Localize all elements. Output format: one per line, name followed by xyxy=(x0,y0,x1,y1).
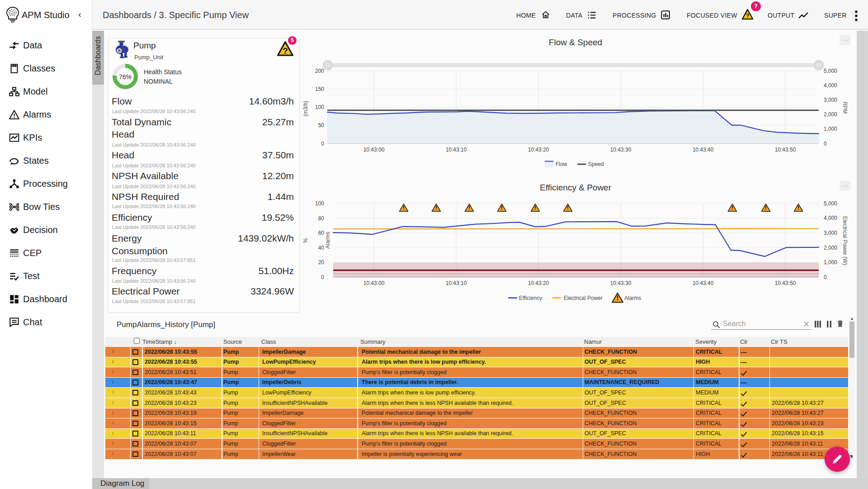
svg-text:10:43:10: 10:43:10 xyxy=(446,280,467,286)
svg-text:2,000: 2,000 xyxy=(824,111,837,118)
svg-text:?: ? xyxy=(283,46,288,56)
svg-text:10:43:50: 10:43:50 xyxy=(775,280,796,286)
svg-text:10:43:00: 10:43:00 xyxy=(363,280,385,286)
svg-text:80: 80 xyxy=(318,215,325,222)
svg-text:1,000: 1,000 xyxy=(824,126,837,132)
svg-text:50: 50 xyxy=(318,122,325,128)
svg-text:40: 40 xyxy=(318,245,325,251)
svg-text:5,000: 5,000 xyxy=(824,68,837,74)
svg-text:4,000: 4,000 xyxy=(824,82,837,89)
svg-text:%: % xyxy=(302,238,309,243)
svg-text:Speed: Speed xyxy=(588,161,604,167)
svg-text:?: ? xyxy=(746,13,750,19)
svg-text:4,000: 4,000 xyxy=(824,215,837,221)
svg-text:5,000: 5,000 xyxy=(824,200,837,207)
svg-text:20: 20 xyxy=(318,259,325,266)
svg-text:Electrical Power: Electrical Power xyxy=(564,295,603,301)
svg-text:0: 0 xyxy=(321,141,324,147)
svg-text:100: 100 xyxy=(315,104,324,110)
svg-text:Alarms: Alarms xyxy=(624,295,641,301)
svg-text:10:43:30: 10:43:30 xyxy=(610,280,632,286)
svg-text:(m3/h): (m3/h) xyxy=(302,101,309,117)
svg-text:200: 200 xyxy=(315,68,324,74)
svg-text:3,000: 3,000 xyxy=(824,97,837,103)
svg-text:RPM: RPM xyxy=(842,102,848,114)
svg-text:76%: 76% xyxy=(119,73,132,81)
svg-text:10:43:50: 10:43:50 xyxy=(775,147,796,153)
svg-text:100: 100 xyxy=(315,200,324,207)
svg-text:2,000: 2,000 xyxy=(824,245,837,251)
svg-text:Alarms: Alarms xyxy=(325,232,331,248)
svg-text:150: 150 xyxy=(315,86,324,92)
svg-text:60: 60 xyxy=(318,230,325,236)
svg-text:Efficiency & Power: Efficiency & Power xyxy=(540,183,612,192)
svg-text:10:43:30: 10:43:30 xyxy=(610,147,632,153)
svg-text:10:43:20: 10:43:20 xyxy=(528,147,549,153)
svg-text:0: 0 xyxy=(321,274,324,280)
svg-text:10:43:10: 10:43:10 xyxy=(446,147,467,153)
svg-text:0: 0 xyxy=(824,141,827,147)
svg-text:Efficiency: Efficiency xyxy=(519,295,542,301)
svg-text:3,000: 3,000 xyxy=(824,230,837,236)
svg-text:10:43:00: 10:43:00 xyxy=(363,147,385,153)
svg-text:10:43:20: 10:43:20 xyxy=(528,280,549,286)
svg-text:10:43:40: 10:43:40 xyxy=(693,280,714,286)
svg-text:10:43:40: 10:43:40 xyxy=(693,147,714,153)
svg-text:1,000: 1,000 xyxy=(824,259,837,266)
svg-text:0: 0 xyxy=(824,274,827,280)
svg-text:Electrical Power (W): Electrical Power (W) xyxy=(842,216,848,266)
svg-text:Flow: Flow xyxy=(556,161,567,167)
